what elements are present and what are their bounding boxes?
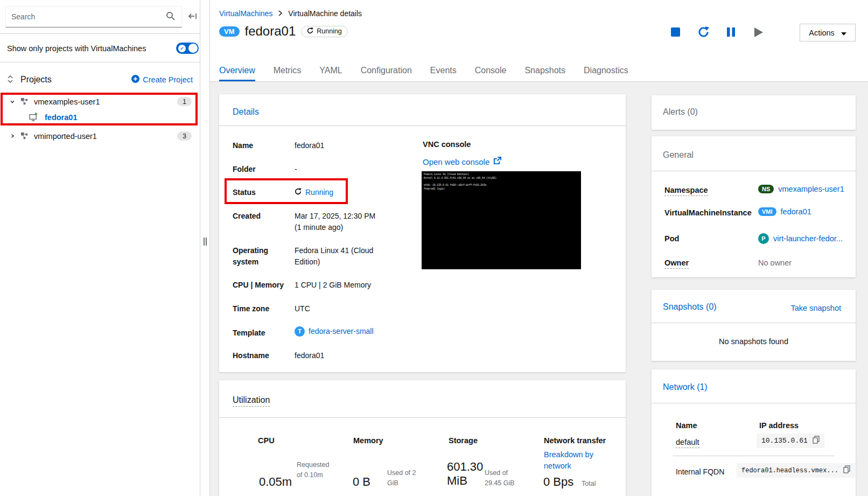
sidebar-item-vmexamples-user1[interactable]: vmexamples-user1 1 <box>0 94 200 109</box>
pause-icon <box>726 27 736 39</box>
external-link-icon <box>493 157 501 166</box>
vmi-value: VMI fedora01 <box>758 207 811 216</box>
network-ip-header: IP address <box>759 421 799 430</box>
title-row: VM fedora01 Running <box>219 24 348 39</box>
sort-projects-button[interactable] <box>2 74 18 86</box>
stop-icon <box>670 27 681 39</box>
ip-address-value: 10.135.0.61 <box>761 437 808 445</box>
general-card: General Namespace NS vmexamples-user1 Vi… <box>652 136 856 277</box>
chevron-down-icon[interactable] <box>6 97 18 106</box>
utilization-title[interactable]: Utilization <box>233 395 270 407</box>
template-link[interactable]: fedora-server-small <box>309 326 374 337</box>
cpu-header: CPU <box>258 436 275 445</box>
utilization-card: Utilization CPU Memory Storage Network t… <box>219 380 626 496</box>
copy-icon <box>813 436 820 446</box>
vm-kind-badge: VM <box>219 26 240 37</box>
vm-details-page: Show only projects with VirtualMachines … <box>0 0 868 496</box>
network-row-name[interactable]: default <box>676 438 699 446</box>
template-value: T fedora-server-small <box>295 326 402 337</box>
network-title-link[interactable]: Network (1) <box>663 382 708 392</box>
status-label: Status <box>233 187 293 198</box>
virtual-machine-icon <box>29 113 38 122</box>
vm-status-pill: Running <box>301 26 348 37</box>
namespace-label[interactable]: Namespace <box>664 186 708 194</box>
tab-console[interactable]: Console <box>475 60 507 81</box>
namespace-badge-icon: NS <box>758 185 774 193</box>
namespace-link[interactable]: vmexamples-user1 <box>778 185 844 193</box>
pod-label: Pod <box>664 234 679 243</box>
cpu-requested-caption: Requested of 0.10m <box>297 460 331 481</box>
storage-usage-value: 601.30 MiB <box>447 460 489 488</box>
status-running-link[interactable]: Running <box>305 187 333 198</box>
search-button[interactable] <box>159 6 181 27</box>
open-web-console-link[interactable]: Open web console <box>423 157 501 166</box>
divider <box>652 403 856 403</box>
vmi-link[interactable]: fedora01 <box>781 207 811 216</box>
search-input[interactable] <box>6 6 159 27</box>
sidebar-item-vmimported-user1[interactable]: vmimported-user1 3 <box>0 128 200 144</box>
internal-fqdn-label: Internal FQDN <box>676 467 724 476</box>
tab-configuration[interactable]: Configuration <box>361 60 412 81</box>
timezone-value: UTC <box>295 303 383 315</box>
details-card-title-link[interactable]: Details <box>233 107 259 117</box>
start-vm-button[interactable] <box>751 26 765 40</box>
page-header: VirtualMachines VirtualMachine details V… <box>210 0 868 82</box>
hostname-label: Hostname <box>233 350 293 361</box>
pod-badge-icon: P <box>758 233 769 244</box>
vnc-console-screen[interactable]: Fedora Linux 41 (Cloud Edition) Kernel 6… <box>422 171 581 269</box>
vnc-console-text: Fedora Linux 41 (Cloud Edition) Kernel 6… <box>422 171 581 193</box>
main-content: VirtualMachines VirtualMachine details V… <box>210 0 868 496</box>
fqdn-chip: fedora01.headless.vmex... <box>737 463 855 478</box>
sort-icon <box>7 75 13 85</box>
snapshots-title-link[interactable]: Snapshots (0) <box>663 302 717 312</box>
tab-yaml[interactable]: YAML <box>319 60 342 81</box>
caret-down-icon <box>841 29 846 37</box>
projects-sidebar: Show only projects with VirtualMachines … <box>0 0 200 496</box>
chevron-right-icon[interactable] <box>6 132 18 140</box>
actions-dropdown-button[interactable]: Actions <box>800 24 856 41</box>
projects-header-row: Projects Create Project <box>0 72 200 88</box>
tab-diagnostics[interactable]: Diagnostics <box>584 60 628 81</box>
network-total-caption: Total <box>582 479 596 489</box>
sidebar-item-fedora01[interactable]: fedora01 <box>0 109 200 125</box>
collapse-sidebar-button[interactable] <box>185 10 200 24</box>
breadcrumb-current: VirtualMachine details <box>288 9 362 18</box>
collapse-arrow-icon <box>188 11 198 23</box>
memory-capacity-caption: Used of 2 GiB <box>387 468 419 489</box>
breadcrumb: VirtualMachines VirtualMachine details <box>219 9 362 18</box>
create-project-button[interactable]: Create Project <box>128 74 196 85</box>
filter-toggle-switch[interactable]: ✓ <box>176 43 199 54</box>
sidebar-resize-handle[interactable] <box>201 0 210 496</box>
vmi-badge-icon: VMI <box>758 207 776 216</box>
tab-metrics[interactable]: Metrics <box>274 60 302 81</box>
vm-count-badge: 3 <box>177 131 192 141</box>
grip-icon <box>204 237 207 246</box>
restart-vm-button[interactable] <box>696 26 710 40</box>
take-snapshot-button[interactable]: Take snapshot <box>787 303 844 313</box>
pause-vm-button[interactable] <box>724 26 738 40</box>
divider <box>652 323 856 323</box>
snapshots-card: Snapshots (0) Take snapshot No snapshots… <box>652 290 856 361</box>
copy-ip-button[interactable] <box>813 436 820 446</box>
stop-vm-button[interactable] <box>668 26 682 40</box>
breadcrumb-virtualmachines-link[interactable]: VirtualMachines <box>219 9 272 18</box>
network-usage-value: 0 Bps <box>543 475 573 489</box>
vm-tree-link[interactable]: fedora01 <box>45 113 77 122</box>
pod-value: P virt-launcher-fedor... <box>758 233 843 244</box>
vnc-console-title: VNC console <box>423 140 471 149</box>
folder-label: Folder <box>233 164 293 175</box>
memory-header: Memory <box>353 436 383 445</box>
tab-events[interactable]: Events <box>430 60 457 81</box>
breakdown-by-network-link[interactable]: Breakdown by network <box>544 449 603 472</box>
general-title: General <box>663 150 694 160</box>
divider <box>673 456 835 456</box>
owner-label[interactable]: Owner <box>664 259 689 267</box>
no-snapshots-message: No snapshots found <box>652 337 856 346</box>
tab-overview[interactable]: Overview <box>219 60 255 81</box>
template-badge-icon: T <box>295 326 305 337</box>
divider <box>219 417 626 418</box>
copy-fqdn-button[interactable] <box>843 465 850 476</box>
pod-link[interactable]: virt-launcher-fedor... <box>773 234 843 243</box>
tab-snapshots[interactable]: Snapshots <box>524 60 565 81</box>
alerts-title[interactable]: Alerts (0) <box>663 107 698 117</box>
